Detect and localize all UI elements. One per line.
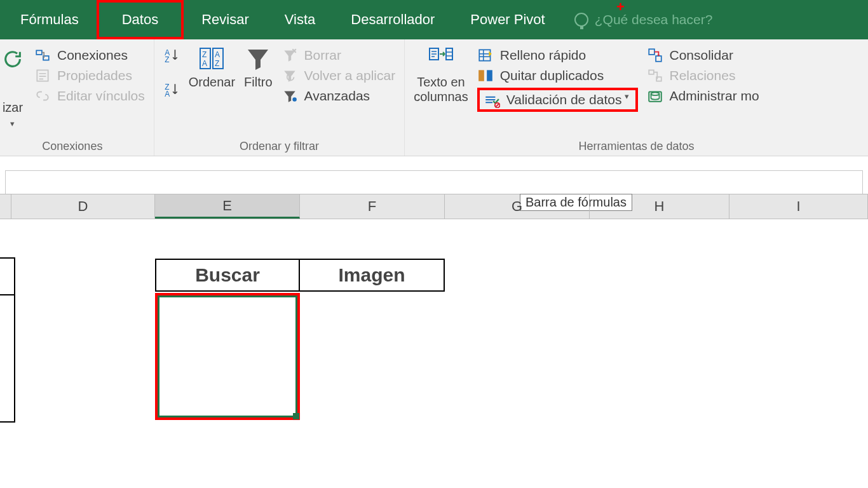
tab-datos[interactable]: Datos (97, 0, 184, 39)
svg-rect-22 (649, 70, 654, 74)
column-header-F[interactable]: F (300, 194, 445, 219)
svg-rect-0 (36, 50, 42, 55)
tell-me-box[interactable]: ¿Qué desea hacer? (563, 0, 724, 39)
svg-point-25 (651, 92, 659, 95)
column-header-D[interactable]: D (11, 194, 155, 219)
tell-me-placeholder: ¿Qué desea hacer? (595, 12, 713, 27)
reaplicar-icon (281, 67, 298, 84)
header-buscar[interactable]: Buscar (155, 259, 300, 292)
validacion-datos-button[interactable]: Validación de datos (484, 92, 622, 108)
column-header-I[interactable]: I (729, 194, 868, 219)
funnel-icon (244, 44, 272, 72)
group-label-conexiones: Conexiones (0, 137, 145, 153)
mini-table-headers: Buscar Imagen (155, 259, 445, 292)
svg-text:A: A (165, 90, 170, 98)
relaciones-icon (647, 67, 663, 84)
group-label-ordenar-filtrar: Ordenar y filtrar (163, 137, 395, 153)
svg-rect-15 (446, 48, 452, 60)
texto-columnas-icon (427, 44, 455, 72)
validacion-dropdown[interactable]: ▾ (622, 92, 632, 108)
formula-bar[interactable] (5, 170, 863, 194)
borrar-filtro-button: Borrar (281, 47, 396, 64)
header-imagen[interactable]: Imagen (300, 259, 445, 292)
conexiones-icon (34, 47, 51, 64)
conexiones-button[interactable]: Conexiones (34, 47, 145, 64)
worksheet-area[interactable]: Buscar Imagen (0, 219, 868, 461)
administrar-modelo-button[interactable]: Administrar mo (647, 88, 759, 104)
relleno-rapido-button[interactable]: Relleno rápido (477, 47, 638, 64)
propiedades-icon (34, 67, 51, 84)
fill-handle[interactable] (293, 413, 299, 419)
relleno-rapido-icon (477, 47, 494, 64)
sort-asc-button[interactable]: AZ (163, 47, 180, 64)
quitar-duplicados-icon (477, 67, 494, 84)
left-table-fragment (0, 257, 15, 423)
avanzadas-icon (281, 88, 298, 104)
column-header-blank[interactable] (0, 194, 11, 219)
avanzadas-button[interactable]: Avanzadas (281, 88, 396, 104)
annotation-plus: + (616, 0, 625, 15)
selected-cell-E[interactable] (155, 293, 300, 420)
consolidar-button[interactable]: Consolidar (647, 47, 759, 64)
svg-text:A: A (215, 50, 220, 59)
ribbon-body: izar▾ Conexiones Propiedades (0, 39, 868, 156)
svg-rect-21 (656, 56, 661, 62)
svg-rect-18 (487, 70, 492, 81)
consolidar-icon (647, 47, 663, 64)
lightbulb-icon (574, 13, 588, 27)
sort-asc-icon: AZ (163, 47, 180, 64)
svg-text:A: A (202, 59, 207, 68)
svg-text:Z: Z (202, 50, 207, 59)
svg-rect-17 (478, 70, 484, 81)
refresh-button[interactable]: izar▾ (0, 44, 25, 130)
filtro-button[interactable]: Filtro (244, 44, 272, 90)
editar-vinculos-button: Editar vínculos (34, 88, 145, 104)
ribbon-tabs: + Fórmulas Datos Revisar Vista Desarroll… (0, 0, 868, 39)
group-label-herramientas: Herramientas de datos (414, 137, 859, 153)
svg-rect-16 (479, 50, 490, 60)
sort-desc-button[interactable]: ZA (163, 81, 180, 98)
tab-vista[interactable]: Vista (267, 0, 334, 39)
tab-powerpivot[interactable]: Power Pivot (452, 0, 562, 39)
relaciones-button: Relaciones (647, 67, 759, 84)
column-header-H[interactable]: H (590, 194, 729, 219)
administrar-modelo-icon (647, 88, 663, 104)
column-header-E[interactable]: E (155, 194, 300, 219)
ordenar-icon: ZAAZ (198, 44, 226, 72)
editar-vinculos-icon (34, 88, 51, 104)
svg-rect-20 (649, 49, 654, 55)
propiedades-button: Propiedades (34, 67, 145, 84)
selection-border (158, 295, 297, 417)
validacion-datos-icon (484, 92, 500, 108)
svg-text:Z: Z (165, 55, 169, 64)
tab-desarrollador[interactable]: Desarrollador (333, 0, 452, 39)
volver-aplicar-button: Volver a aplicar (281, 67, 396, 84)
svg-text:Z: Z (215, 59, 219, 68)
sort-desc-icon: ZA (163, 81, 180, 98)
quitar-duplicados-button[interactable]: Quitar duplicados (477, 67, 638, 84)
tab-formulas[interactable]: Fórmulas (3, 0, 97, 39)
ordenar-button[interactable]: ZAAZ Ordenar (189, 44, 235, 90)
texto-en-columnas-button[interactable]: Texto en columnas (414, 44, 468, 104)
column-headers: D E F G H I (0, 194, 868, 219)
borrar-icon (281, 47, 298, 64)
tab-revisar[interactable]: Revisar (184, 0, 267, 39)
column-header-G[interactable]: G (445, 194, 590, 219)
svg-point-13 (292, 97, 297, 102)
